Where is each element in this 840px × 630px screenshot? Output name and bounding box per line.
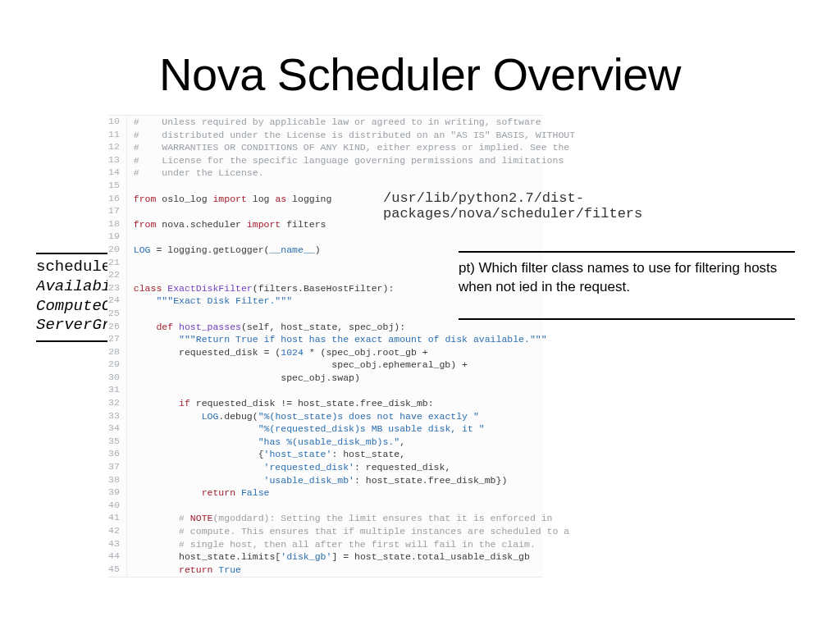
code-line: 14# under the License. xyxy=(108,167,576,180)
code-content: return False xyxy=(126,486,576,500)
line-number: 19 xyxy=(108,231,126,244)
line-number: 37 xyxy=(108,461,126,474)
code-content: spec_obj.ephemeral_gb) + xyxy=(126,358,576,372)
code-line: 38 'usable_disk_mb': host_state.free_dis… xyxy=(108,474,576,487)
code-content: # License for the specific language gove… xyxy=(126,154,576,167)
code-content: "has %(usable_disk_mb)s.", xyxy=(126,436,576,449)
code-line: 35 "has %(usable_disk_mb)s.", xyxy=(108,436,576,449)
line-number: 35 xyxy=(108,436,126,449)
code-line: 26 def host_passes(self, host_state, spe… xyxy=(108,321,576,334)
right-clipped-text: pt) Which filter class names to use for … xyxy=(459,251,795,320)
code-content: host_state.limits['disk_gb'] = host_stat… xyxy=(126,550,576,564)
code-line: 11# distributed under the License is dis… xyxy=(108,129,576,142)
line-number: 18 xyxy=(108,218,126,231)
line-number: 39 xyxy=(108,486,126,500)
line-number: 20 xyxy=(108,244,126,257)
code-line: 30 spec_obj.swap) xyxy=(108,372,576,385)
code-line: 32 if requested_disk != host_state.free_… xyxy=(108,397,576,410)
code-line: 10# Unless required by applicable law or… xyxy=(108,116,576,129)
line-number: 13 xyxy=(108,154,126,167)
left-line-3: ComputeCap xyxy=(36,297,107,317)
code-content: # NOTE(mgoddard): Setting the limit ensu… xyxy=(126,512,576,525)
code-line: 44 host_state.limits['disk_gb'] = host_s… xyxy=(108,550,576,564)
line-number: 28 xyxy=(108,346,126,359)
line-number: 23 xyxy=(108,282,126,295)
code-content: return True xyxy=(126,564,576,577)
code-content xyxy=(126,500,576,513)
line-number: 14 xyxy=(108,167,126,180)
line-number: 12 xyxy=(108,141,126,154)
code-line: 42 # compute. This ensures that if multi… xyxy=(108,525,576,538)
code-content: # Unless required by applicable law or a… xyxy=(126,116,576,129)
line-number: 34 xyxy=(108,422,126,436)
code-content: "%(requested_disk)s MB usable disk, it " xyxy=(126,422,576,436)
line-number: 29 xyxy=(108,358,126,372)
line-number: 42 xyxy=(108,525,126,538)
line-number: 33 xyxy=(108,410,126,423)
code-line: 19 xyxy=(108,231,576,244)
code-content: 'usable_disk_mb': host_state.free_disk_m… xyxy=(126,474,576,487)
line-number: 43 xyxy=(108,538,126,551)
code-content: requested_disk = (1024 * (spec_obj.root_… xyxy=(126,346,576,359)
code-content: {'host_state': host_state, xyxy=(126,448,576,461)
code-line: 36 {'host_state': host_state, xyxy=(108,448,576,461)
code-content: # distributed under the License is distr… xyxy=(126,129,576,142)
line-number: 41 xyxy=(108,512,126,525)
line-number: 26 xyxy=(108,321,126,334)
line-number: 21 xyxy=(108,257,126,270)
divider xyxy=(459,318,795,320)
line-number: 36 xyxy=(108,448,126,461)
code-line: 37 'requested_disk': requested_disk, xyxy=(108,461,576,474)
line-number: 30 xyxy=(108,372,126,385)
code-content: # under the License. xyxy=(126,167,576,180)
code-content: # single host, then all after the first … xyxy=(126,538,576,551)
line-number: 17 xyxy=(108,205,126,218)
line-number: 25 xyxy=(108,308,126,321)
line-number: 15 xyxy=(108,180,126,193)
line-number: 45 xyxy=(108,564,126,577)
line-number: 44 xyxy=(108,550,126,564)
code-content xyxy=(126,384,576,397)
code-line: 28 requested_disk = (1024 * (spec_obj.ro… xyxy=(108,346,576,359)
code-snippet: 10# Unless required by applicable law or… xyxy=(108,115,543,578)
code-line: 39 return False xyxy=(108,486,576,500)
file-path: /usr/lib/python2.7/dist-packages/nova/sc… xyxy=(383,190,840,221)
right-text: pt) Which filter class names to use for … xyxy=(459,260,777,294)
code-line: 43 # single host, then all after the fir… xyxy=(108,538,576,551)
line-number: 40 xyxy=(108,500,126,513)
slide: Nova Scheduler Overview 10# Unless requi… xyxy=(0,0,840,630)
code-line: 45 return True xyxy=(108,564,576,577)
line-number: 24 xyxy=(108,294,126,308)
code-content xyxy=(126,231,576,244)
slide-title: Nova Scheduler Overview xyxy=(0,48,840,101)
code-line: 34 "%(requested_disk)s MB usable disk, i… xyxy=(108,422,576,436)
left-line-2: Availabil. xyxy=(36,277,107,297)
code-table: 10# Unless required by applicable law or… xyxy=(108,116,576,576)
line-number: 32 xyxy=(108,397,126,410)
left-line-1: scheduler_ xyxy=(36,258,107,277)
line-number: 16 xyxy=(108,193,126,206)
code-content: # WARRANTIES OR CONDITIONS OF ANY KIND, … xyxy=(126,141,576,154)
line-number: 22 xyxy=(108,269,126,282)
code-content: 'requested_disk': requested_disk, xyxy=(126,461,576,474)
code-content: def host_passes(self, host_state, spec_o… xyxy=(126,321,576,334)
code-line: 13# License for the specific language go… xyxy=(108,154,576,167)
code-line: 41 # NOTE(mgoddard): Setting the limit e… xyxy=(108,512,576,525)
code-content: spec_obj.swap) xyxy=(126,372,576,385)
code-line: 12# WARRANTIES OR CONDITIONS OF ANY KIND… xyxy=(108,141,576,154)
code-line: 31 xyxy=(108,384,576,397)
line-number: 38 xyxy=(108,474,126,487)
code-content: # compute. This ensures that if multiple… xyxy=(126,525,576,538)
line-number: 10 xyxy=(108,116,126,129)
left-line-4: ServerGrou xyxy=(36,316,107,336)
line-number: 11 xyxy=(108,129,126,142)
code-content: if requested_disk != host_state.free_dis… xyxy=(126,397,576,410)
code-line: 40 xyxy=(108,500,576,513)
line-number: 27 xyxy=(108,333,126,346)
code-line: 27 """Return True if host has the exact … xyxy=(108,333,576,346)
code-line: 29 spec_obj.ephemeral_gb) + xyxy=(108,358,576,372)
code-content: """Return True if host has the exact amo… xyxy=(126,333,576,346)
code-line: 33 LOG.debug("%(host_state)s does not ha… xyxy=(108,410,576,423)
code-content: LOG.debug("%(host_state)s does not have … xyxy=(126,410,576,423)
line-number: 31 xyxy=(108,384,126,397)
